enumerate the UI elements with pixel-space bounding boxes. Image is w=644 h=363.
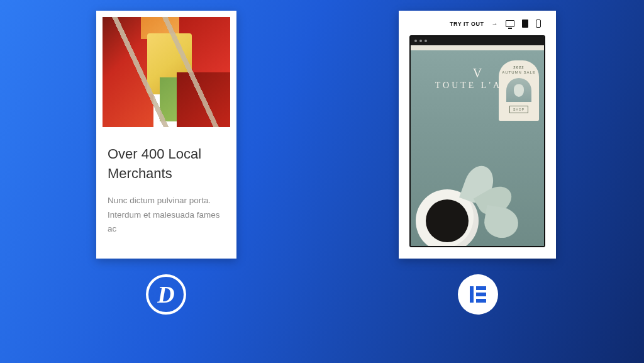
card-description: Nunc dictum pulvinar porta. Interdum et …: [108, 194, 225, 237]
preview-body: V TOUTE L'ANN 2022 AUTUMN SALE SHOP: [411, 50, 544, 246]
logo-mark-icon: V: [473, 69, 482, 77]
svg-rect-2: [476, 293, 486, 296]
plant-graphic: [411, 177, 489, 246]
browser-chrome: [411, 36, 544, 45]
card-title: Over 400 Local Merchants: [108, 145, 225, 184]
arrow-right-icon: →: [492, 20, 499, 27]
window-dot-icon: [425, 40, 427, 42]
elementor-preview-card: TRY IT OUT → V TOUTE L'ANN 2022 AUTUMN S…: [399, 11, 556, 259]
desktop-icon[interactable]: [506, 20, 514, 27]
elementor-logo: [458, 274, 498, 315]
produce-photo: [103, 17, 230, 127]
preview-toolbar: TRY IT OUT →: [450, 20, 541, 28]
divi-letter: D: [157, 281, 174, 308]
window-dot-icon: [414, 40, 417, 42]
site-preview-frame: V TOUTE L'ANN 2022 AUTUMN SALE SHOP: [409, 35, 545, 247]
elementor-logo-icon: [458, 274, 498, 315]
svg-rect-3: [476, 299, 486, 303]
browser-tabbar: [411, 45, 544, 50]
divi-logo-icon: D: [146, 274, 186, 315]
svg-rect-0: [470, 286, 474, 303]
card-image: [96, 11, 236, 133]
promo-label: AUTUMN SALE: [502, 70, 536, 74]
divi-logo: D: [146, 274, 186, 315]
promo-year: 2022: [513, 65, 524, 69]
try-it-out-label: TRY IT OUT: [450, 21, 484, 27]
svg-rect-1: [476, 286, 486, 290]
mobile-icon[interactable]: [536, 20, 541, 28]
promo-image: [506, 78, 531, 102]
card-body: Over 400 Local Merchants Nunc dictum pul…: [96, 133, 236, 237]
tablet-icon[interactable]: [522, 20, 528, 28]
promo-button[interactable]: SHOP: [509, 106, 528, 113]
window-dot-icon: [419, 40, 422, 42]
divi-preview-card: Over 400 Local Merchants Nunc dictum pul…: [96, 11, 236, 259]
promo-popup: 2022 AUTUMN SALE SHOP: [499, 60, 539, 121]
